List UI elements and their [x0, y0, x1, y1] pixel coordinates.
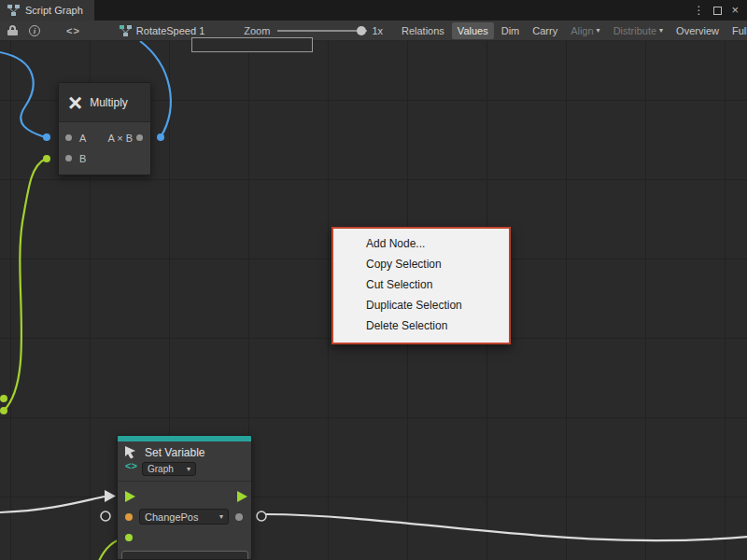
align-button[interactable]: Align▾ [565, 22, 605, 39]
graph-reference[interactable]: RotateSpeed 1 [120, 25, 204, 36]
lock-icon[interactable] [7, 25, 18, 35]
node-divider [118, 481, 251, 482]
maximize-icon[interactable] [713, 7, 722, 15]
multiply-icon: × [68, 91, 82, 115]
flow-input-port[interactable] [125, 491, 135, 502]
tab-script-graph[interactable]: Script Graph [0, 0, 94, 21]
set-variable-icon: <> [123, 444, 142, 472]
relations-button[interactable]: Relations [396, 22, 450, 39]
zoom-slider-knob[interactable] [357, 26, 366, 35]
flow-output-port[interactable] [237, 491, 247, 502]
floating-field-outline [191, 37, 313, 52]
graph-toolbar: i <> RotateSpeed 1 Zoom 1x Relations Val… [0, 21, 747, 41]
menu-item-copy-selection[interactable]: Copy Selection [333, 254, 509, 274]
multiply-row-a: A A × B [59, 128, 150, 148]
zoom-slider[interactable] [277, 25, 367, 36]
variable-kind-label: Graph [148, 464, 174, 474]
overview-button[interactable]: Overview [670, 22, 725, 39]
toolbar-buttons: Relations Values Dim Carry Align▾ Distri… [394, 22, 747, 39]
multiply-node-header[interactable]: × Multiply [59, 83, 150, 122]
window-controls: ⋮ × [693, 4, 747, 17]
value-input-port-orange[interactable] [125, 513, 133, 521]
port-label-a: A [79, 133, 86, 144]
value-field-cutoff[interactable] [121, 551, 248, 560]
close-icon[interactable]: × [731, 6, 739, 15]
zoom-value: 1x [372, 25, 383, 36]
zoom-label: Zoom [244, 25, 270, 36]
input-port-a[interactable] [65, 134, 72, 141]
chevron-down-icon: ▾ [187, 465, 190, 473]
code-icon[interactable]: <> [66, 25, 80, 36]
multiply-node-body: A A × B B [59, 122, 150, 175]
variable-name-dropdown[interactable]: ChangePos ▾ [139, 509, 229, 525]
port-label-b: B [79, 153, 86, 164]
script-graph-icon [7, 5, 20, 16]
menu-item-delete-selection[interactable]: Delete Selection [333, 315, 509, 336]
menu-item-add-node[interactable]: Add Node... [333, 233, 509, 254]
value-input-port-green[interactable] [125, 534, 133, 541]
chevron-down-icon: ▾ [659, 26, 663, 35]
svg-text:<>: <> [125, 460, 137, 471]
full-screen-button[interactable]: Full Screen [726, 22, 747, 39]
chevron-down-icon: ▾ [219, 512, 223, 521]
zoom-slider-track [277, 30, 367, 32]
menu-item-duplicate-selection[interactable]: Duplicate Selection [333, 295, 509, 315]
info-icon[interactable]: i [29, 25, 40, 36]
multiply-row-b: B [59, 148, 150, 169]
values-button[interactable]: Values [452, 22, 494, 39]
carry-button[interactable]: Carry [527, 22, 563, 39]
menu-item-cut-selection[interactable]: Cut Selection [333, 274, 509, 295]
graph-asset-icon [120, 25, 132, 36]
value-output-port[interactable] [235, 513, 243, 521]
variable-name-label: ChangePos [145, 511, 199, 523]
variable-kind-dropdown[interactable]: Graph ▾ [142, 462, 196, 476]
chevron-down-icon: ▾ [597, 26, 600, 35]
input-port-b[interactable] [65, 155, 72, 161]
tab-bar: Script Graph ⋮ × [0, 0, 747, 21]
set-variable-title: Set Variable [145, 446, 204, 459]
dim-button[interactable]: Dim [496, 22, 526, 39]
context-menu: Add Node... Copy Selection Cut Selection… [331, 227, 511, 344]
multiply-node-title: Multiply [90, 96, 128, 109]
node-accent-strip [118, 436, 251, 441]
distribute-button[interactable]: Distribute▾ [608, 22, 669, 39]
tab-title: Script Graph [25, 5, 83, 16]
graph-name: RotateSpeed 1 [136, 25, 204, 36]
multiply-node[interactable]: × Multiply A A × B B [58, 82, 151, 175]
set-variable-node[interactable]: <> Set Variable Graph ▾ ChangePos ▾ [117, 435, 252, 560]
port-label-result: A × B [107, 133, 133, 144]
output-port-result[interactable] [136, 134, 143, 141]
window-menu-icon[interactable]: ⋮ [693, 4, 704, 17]
